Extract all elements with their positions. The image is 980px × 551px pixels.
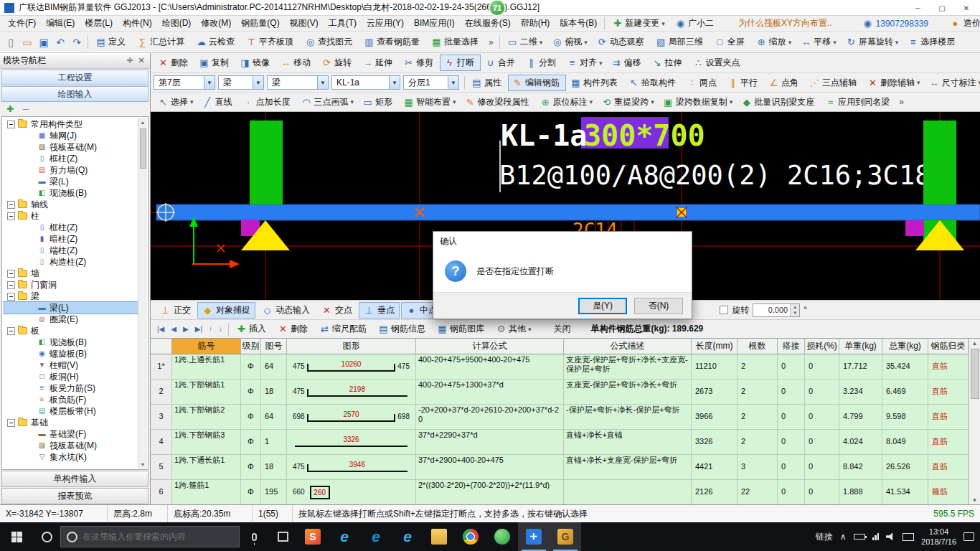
scroll-down-icon[interactable]: ▼ bbox=[972, 496, 978, 504]
maximize-button[interactable] bbox=[930, 0, 954, 16]
chevron-down-icon[interactable]: ▼ bbox=[317, 76, 328, 89]
tree-item[interactable]: 板洞(H) bbox=[3, 371, 138, 382]
draw-toolbar-button[interactable]: ⟲ 重提梁跨 ▾ bbox=[597, 94, 659, 110]
hidden-icons-chevron[interactable] bbox=[840, 532, 847, 542]
main-toolbar-button[interactable]: ▤ 定义 bbox=[91, 34, 132, 50]
draw-toolbar-button[interactable]: ✎ 修改梁段属性 bbox=[461, 94, 536, 110]
table-row[interactable]: 4 1跨.下部钢筋3 Φ 1 3326 37*d+2290+37*d 直锚+净长… bbox=[151, 430, 980, 455]
taskbar-search[interactable] bbox=[60, 526, 240, 547]
modify-toolbar-button[interactable]: ◨ 镜像 bbox=[235, 55, 276, 71]
file-tool-icon[interactable]: ↶ bbox=[52, 34, 68, 50]
table-row[interactable]: 6 1跨.箍筋1 Φ 195 660 260 2*((300-2*20)+(70… bbox=[151, 480, 980, 504]
tree-item[interactable]: 门窗洞 bbox=[3, 279, 138, 291]
grid-toolbar-button[interactable]: 关闭 bbox=[537, 321, 578, 337]
component-toolbar-button[interactable]: ↔ 尺寸标注 ▾ bbox=[925, 75, 980, 91]
file-tool-icon[interactable]: ▯ bbox=[3, 34, 19, 50]
tree-item[interactable]: 剪力墙(Q) bbox=[3, 164, 138, 176]
modify-toolbar-button[interactable]: ∴ 设置夹点 bbox=[689, 55, 747, 71]
battery-icon[interactable] bbox=[854, 534, 865, 540]
main-toolbar-button[interactable]: ▦ 批量选择 bbox=[427, 34, 485, 50]
scrollbar-thumb[interactable] bbox=[140, 128, 146, 169]
draw-toolbar-button[interactable]: ╱ 直线 bbox=[198, 94, 239, 110]
tree-expander-icon[interactable] bbox=[7, 327, 15, 335]
cost-beans[interactable]: ● 造价豆:0 bbox=[950, 17, 980, 29]
snap-toggle[interactable]: ✕ 交点 bbox=[316, 302, 357, 319]
modify-toolbar-button[interactable]: ↘ 拉伸 bbox=[648, 55, 689, 71]
component-toolbar-button[interactable]: ✎ 编辑钢筋 bbox=[508, 75, 566, 91]
table-header-cell[interactable]: 公式描述 bbox=[564, 339, 692, 354]
tree-item[interactable]: 板负筋(F) bbox=[3, 394, 138, 405]
taskbar-app-button[interactable]: e bbox=[360, 522, 392, 551]
table-header-cell[interactable]: 图号 bbox=[261, 339, 287, 354]
grid-toolbar-button[interactable]: ▤ 钢筋信息 bbox=[374, 321, 432, 337]
tree-expander-icon[interactable] bbox=[7, 281, 15, 289]
table-row[interactable]: 2 1跨.下部钢筋1 Φ 18 475 2198 400-20+475+1300… bbox=[151, 380, 980, 405]
cortana-button[interactable] bbox=[33, 522, 60, 551]
tree-item[interactable]: 现浇板(B) bbox=[3, 336, 138, 348]
menu-item[interactable]: 云应用(Y) bbox=[362, 17, 409, 29]
navigator-bottom-button[interactable]: 报表预览 bbox=[1, 488, 149, 504]
tree-item[interactable]: 柱 bbox=[3, 210, 138, 222]
table-header-cell[interactable] bbox=[151, 339, 172, 354]
tree-tool-icon[interactable]: ✚ bbox=[4, 104, 16, 114]
grid-toolbar-button[interactable]: ▦ 钢筋图库 bbox=[433, 321, 491, 337]
menu-item[interactable]: 构件(N) bbox=[118, 17, 157, 29]
snap-toggle[interactable]: ◇ 动态输入 bbox=[257, 302, 315, 319]
spinner-buttons[interactable]: ▲▼ bbox=[790, 304, 799, 316]
tree-tool-icon[interactable]: ─ bbox=[20, 104, 32, 114]
table-row[interactable]: 3 1跨.下部钢筋2 Φ 64 698 2570 698 -20+200+37*… bbox=[151, 405, 980, 430]
view-toolbar-button[interactable]: ⊕ 缩放 ▾ bbox=[752, 34, 796, 50]
tree-item[interactable]: 梁(L) bbox=[3, 302, 138, 314]
grid-toolbar-button[interactable]: ⇄ 缩尺配筋 bbox=[315, 321, 373, 337]
table-header-cell[interactable]: 总重(kg) bbox=[882, 339, 928, 354]
tree-item[interactable]: 梁(L) bbox=[3, 176, 138, 187]
tree-item[interactable]: 筏板基础(M) bbox=[3, 141, 138, 153]
service-badge[interactable]: 71 bbox=[489, 0, 506, 17]
file-tool-icon[interactable]: ▭ bbox=[19, 34, 35, 50]
modify-toolbar-button[interactable]: ∥ 分割 bbox=[522, 55, 562, 71]
menu-item[interactable]: 文件(F) bbox=[3, 17, 41, 29]
component-select[interactable]: 第7层 ▼ bbox=[154, 75, 215, 90]
table-row[interactable]: 5 1跨.下通长筋1 Φ 18 475 3946 37*d+2900+400-2… bbox=[151, 455, 980, 480]
modify-toolbar-button[interactable]: ⇉ 偏移 bbox=[607, 55, 648, 71]
view-toolbar-button[interactable]: ⟳ 动态观察 bbox=[593, 34, 651, 50]
taskbar-app-button[interactable] bbox=[486, 522, 518, 551]
taskbar-app-button[interactable]: e bbox=[329, 522, 360, 551]
navigator-section-button[interactable]: 工程设置 bbox=[1, 70, 149, 85]
menu-item[interactable]: 工具(T) bbox=[324, 17, 362, 29]
notification-icon[interactable] bbox=[963, 532, 974, 541]
modify-toolbar-button[interactable]: ✕ 删除 bbox=[154, 55, 194, 71]
overflow-chevron-icon[interactable] bbox=[486, 37, 496, 47]
keyboard-icon[interactable] bbox=[903, 533, 914, 541]
modify-toolbar-button[interactable]: ϟ 打断 bbox=[440, 55, 481, 71]
draw-toolbar-button[interactable]: ▦ 智能布置 ▾ bbox=[399, 94, 461, 110]
draw-toolbar-button[interactable]: ◆ 批量识别梁支座 bbox=[737, 94, 821, 110]
taskbar-app-button[interactable]: ✛ bbox=[518, 522, 550, 551]
rotate-angle-input[interactable]: 0.000 ▲▼ bbox=[753, 303, 800, 317]
minimize-button[interactable] bbox=[905, 0, 930, 16]
component-toolbar-button[interactable]: ∶ 两点 bbox=[682, 75, 723, 91]
component-toolbar-button[interactable]: ∥ 平行 bbox=[723, 75, 764, 91]
menu-item[interactable]: 钢筋量(Q) bbox=[236, 17, 284, 29]
help-notice-link[interactable]: 为什么筏板XY方向布置.. bbox=[738, 17, 832, 29]
tree-item[interactable]: 框柱(Z) bbox=[3, 222, 138, 233]
scrollbar-thumb[interactable] bbox=[971, 349, 979, 399]
no-button[interactable]: 否(N) bbox=[634, 298, 683, 314]
tree-expander-icon[interactable] bbox=[7, 212, 15, 220]
tree-item[interactable]: 板受力筋(S) bbox=[3, 382, 138, 394]
component-select[interactable]: 梁 ▼ bbox=[218, 75, 264, 90]
table-header-cell[interactable]: 筋号 bbox=[172, 339, 241, 354]
service-contact[interactable]: ◉ 13907298339 bbox=[862, 19, 928, 29]
tree-expander-icon[interactable] bbox=[7, 121, 15, 128]
taskbar-clock[interactable]: 13:04 2018/7/16 bbox=[921, 527, 956, 547]
modify-toolbar-button[interactable]: → 延伸 bbox=[358, 55, 399, 71]
main-toolbar-button[interactable]: ☁ 云检查 bbox=[192, 34, 241, 50]
component-select[interactable]: 梁 ▼ bbox=[267, 75, 329, 90]
menu-item[interactable]: 修改(M) bbox=[196, 17, 236, 29]
table-scrollbar[interactable]: ▲ ▼ bbox=[969, 339, 980, 504]
grid-toolbar-button[interactable]: ✕ 删除 bbox=[273, 321, 314, 337]
tray-link-label[interactable]: 链接 bbox=[816, 531, 833, 543]
menu-item[interactable]: 在线服务(S) bbox=[460, 17, 516, 29]
draw-toolbar-button[interactable]: ◠ 三点画弧 ▾ bbox=[297, 94, 359, 110]
component-select[interactable]: 分层1 ▼ bbox=[403, 75, 459, 90]
